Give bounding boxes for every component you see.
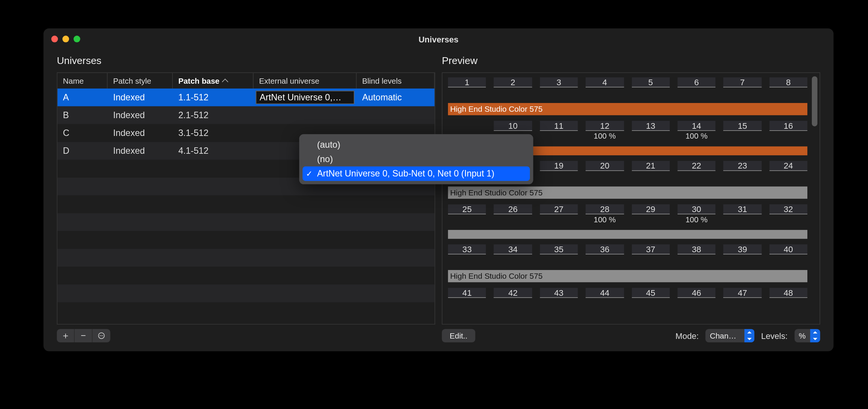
dropdown-item[interactable]: (auto) [302, 137, 530, 152]
channel-value [769, 298, 808, 308]
channel-43[interactable]: 43 [540, 288, 578, 308]
preview-scrollbar[interactable] [812, 76, 818, 126]
channel-3[interactable]: 3 [540, 77, 578, 97]
channel-value [769, 131, 808, 141]
channel-value [769, 88, 808, 97]
channel-45[interactable]: 45 [631, 288, 670, 308]
channel-number: 6 [677, 77, 716, 87]
external-universe-dropdown[interactable]: (auto)(no)✓ArtNet Universe 0, Sub-Net 0,… [299, 134, 533, 184]
channel-value [723, 215, 761, 224]
channel-number: 19 [540, 161, 578, 171]
channel-46[interactable]: 46 [677, 288, 716, 308]
channel-24[interactable]: 24 [769, 161, 808, 181]
channel-23[interactable]: 23 [723, 161, 761, 181]
channel-13[interactable]: 13 [631, 121, 670, 141]
channel-16[interactable]: 16 [769, 121, 808, 141]
channel-number: 21 [631, 161, 670, 171]
cell-name: A [57, 92, 107, 102]
channel-40[interactable]: 40 [769, 244, 808, 264]
col-patch-style[interactable]: Patch style [108, 73, 173, 89]
col-external-universe[interactable]: External universe [254, 73, 357, 89]
channel-1[interactable]: 1 [448, 77, 486, 97]
channel-31[interactable]: 31 [723, 204, 761, 224]
channel-value [540, 88, 578, 97]
channel-28[interactable]: 28100 % [586, 204, 624, 224]
channel-8[interactable]: 8 [769, 77, 808, 97]
fixture-label: High End Studio Color 575 [448, 186, 807, 198]
channel-5[interactable]: 5 [631, 77, 670, 97]
channel-4[interactable]: 4 [586, 77, 624, 97]
channel-22[interactable]: 22 [677, 161, 716, 181]
channel-number: 11 [540, 121, 578, 131]
cell-name: B [57, 110, 107, 120]
levels-label: Levels: [761, 331, 788, 340]
channel-30[interactable]: 30100 % [677, 204, 716, 224]
ellipsis-icon [97, 332, 105, 340]
cell-name: C [57, 128, 107, 138]
col-patch-base[interactable]: Patch base [173, 73, 254, 89]
channel-number: 24 [769, 161, 808, 171]
channel-value: 100 % [586, 131, 624, 141]
channel-11[interactable]: 11 [540, 121, 578, 141]
channel-38[interactable]: 38 [677, 244, 716, 264]
channel-47[interactable]: 47 [723, 288, 761, 308]
channel-number: 34 [494, 244, 532, 254]
cell-base: 4.1-512 [173, 146, 254, 156]
universes-window: Universes Universes Name Patch style Pat… [44, 28, 834, 351]
channel-37[interactable]: 37 [631, 244, 670, 264]
cell-blind: Automatic [357, 92, 435, 102]
channel-44[interactable]: 44 [586, 288, 624, 308]
channel-15[interactable]: 15 [723, 121, 761, 141]
mode-select[interactable]: Chann… [705, 329, 754, 342]
channel-27[interactable]: 27 [540, 204, 578, 224]
channel-12[interactable]: 12100 % [586, 121, 624, 141]
channel-20[interactable]: 20 [586, 161, 624, 181]
channel-value [631, 172, 670, 181]
channel-26[interactable]: 26 [494, 204, 532, 224]
channel-value [494, 298, 532, 308]
channel-33[interactable]: 33 [448, 244, 486, 264]
channel-41[interactable]: 41 [448, 288, 486, 308]
channel-7[interactable]: 7 [723, 77, 761, 97]
channel-35[interactable]: 35 [540, 244, 578, 264]
cell-style: Indexed [108, 128, 173, 138]
universe-actions: ＋ − [57, 329, 110, 342]
channel-6[interactable]: 6 [677, 77, 716, 97]
channel-34[interactable]: 34 [494, 244, 532, 264]
remove-universe-button[interactable]: − [75, 329, 92, 342]
dropdown-item-label: (auto) [317, 140, 340, 149]
channel-number: 27 [540, 204, 578, 214]
channel-32[interactable]: 32 [769, 204, 808, 224]
col-name[interactable]: Name [57, 73, 107, 89]
universe-row-B[interactable]: BIndexed2.1-512 [57, 106, 434, 124]
more-actions-button[interactable] [92, 329, 110, 342]
channel-42[interactable]: 42 [494, 288, 532, 308]
channel-2[interactable]: 2 [494, 77, 532, 97]
chevron-up-down-icon [744, 329, 754, 342]
dropdown-item[interactable]: ✓ArtNet Universe 0, Sub-Net 0, Net 0 (In… [302, 167, 530, 181]
col-blind-levels[interactable]: Blind levels [357, 73, 435, 89]
edit-button[interactable]: Edit.. [442, 329, 475, 342]
channel-36[interactable]: 36 [586, 244, 624, 264]
channel-value [723, 172, 761, 181]
channel-value [631, 255, 670, 264]
channel-value [494, 255, 532, 264]
add-universe-button[interactable]: ＋ [57, 329, 75, 342]
channel-39[interactable]: 39 [723, 244, 761, 264]
channel-29[interactable]: 29 [631, 204, 670, 224]
chevron-up-down-icon [810, 329, 820, 342]
channel-value [448, 255, 486, 264]
channel-14[interactable]: 14100 % [677, 121, 716, 141]
channel-48[interactable]: 48 [769, 288, 808, 308]
channel-21[interactable]: 21 [631, 161, 670, 181]
dropdown-item[interactable]: (no) [302, 152, 530, 166]
channel-25[interactable]: 25 [448, 204, 486, 224]
channel-number: 46 [677, 288, 716, 298]
channel-number: 23 [723, 161, 761, 171]
channel-number: 32 [769, 204, 808, 214]
cell-base: 2.1-512 [173, 110, 254, 120]
channel-number: 1 [448, 77, 486, 87]
levels-select[interactable]: % [794, 329, 820, 342]
channel-19[interactable]: 19 [540, 161, 578, 181]
universe-row-A[interactable]: AIndexed1.1-512ArtNet Universe 0,…Automa… [57, 89, 434, 106]
